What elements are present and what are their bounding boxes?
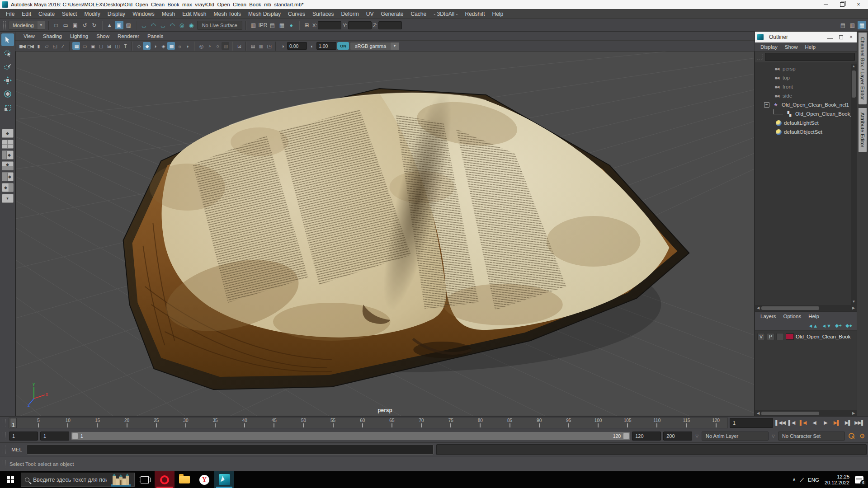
expand-toggle-icon[interactable]: − (764, 102, 769, 108)
create-layer-from-selected-icon[interactable]: ◆● (845, 323, 852, 328)
four-view-layout-button[interactable] (2, 140, 14, 149)
character-set-dropdown[interactable]: No Character Set (778, 432, 845, 441)
layer-list[interactable]: V P Old_Open_Clean_Book (755, 331, 857, 410)
playback-start-field[interactable] (40, 432, 69, 441)
animation-preferences-icon[interactable]: ⚙ (858, 432, 867, 440)
outliner-hscrollbar[interactable]: ◀ ▶ (755, 305, 857, 311)
menu-item[interactable]: Cache (407, 10, 429, 18)
y-coord-input[interactable] (348, 21, 372, 29)
animation-end-field[interactable] (663, 432, 692, 441)
grid-icon[interactable]: ▦ (72, 42, 80, 50)
clock[interactable]: 12:25 20.12.2022 (825, 474, 849, 486)
tear-off-copy-icon[interactable]: ▤ (249, 42, 256, 50)
step-back-frame-icon[interactable]: ▌◀ (786, 418, 797, 427)
menu-set-dropdown[interactable]: Modeling ▼ (9, 21, 45, 30)
occlusion-icon[interactable]: ◎ (197, 42, 205, 50)
task-view-button[interactable] (135, 471, 155, 488)
animation-start-field[interactable] (9, 432, 38, 441)
move-layer-up-icon[interactable]: ◄▲ (808, 323, 818, 328)
snap-projected-icon[interactable]: ◠ (168, 21, 177, 29)
grip-handle[interactable] (3, 446, 5, 454)
scroll-right-icon[interactable]: ▶ (851, 411, 856, 415)
default-material-icon[interactable]: ◑ (151, 42, 159, 50)
menu-item[interactable]: Mesh Tools (211, 10, 244, 18)
scrollbar-thumb[interactable] (852, 70, 856, 98)
menu-item[interactable]: Deform (338, 10, 362, 18)
taskbar-maya[interactable] (214, 471, 234, 488)
outliner-search-input[interactable] (765, 53, 855, 61)
create-empty-layer-icon[interactable]: ◆+ (835, 323, 842, 328)
viewport-canvas[interactable]: persp y x z (15, 52, 755, 416)
range-bar[interactable]: 1 120 (71, 432, 630, 440)
tool-settings-toggle-icon[interactable]: ▥ (848, 21, 857, 29)
attribute-editor-toggle-icon[interactable]: ▤ (839, 21, 847, 29)
live-surface-button[interactable]: No Live Surface (197, 21, 242, 30)
menu-item[interactable]: Panels (144, 33, 167, 39)
search-highlight-image[interactable] (111, 473, 131, 487)
menu-item[interactable]: Renderer (114, 33, 143, 39)
render-setup-icon[interactable]: ▦ (278, 21, 286, 29)
chevron-down-icon[interactable]: ▽ (771, 434, 776, 438)
menu-item[interactable]: Shading (39, 33, 66, 39)
menu-item[interactable]: Show (781, 44, 802, 50)
gain-field[interactable] (316, 42, 336, 50)
grip-handle[interactable] (3, 432, 5, 440)
layers-hscrollbar[interactable]: ◀ ▶ (755, 410, 857, 416)
layer-playback-toggle[interactable]: P (767, 333, 774, 340)
grip-handle[interactable] (3, 419, 5, 427)
shadows-icon[interactable]: ◗ (184, 42, 191, 50)
move-tool-button[interactable] (1, 74, 14, 87)
menu-item[interactable]: Curves (285, 10, 308, 18)
chevron-down-icon[interactable]: ▽ (694, 434, 699, 438)
gain-icon[interactable]: ◐ (308, 42, 316, 50)
menu-item[interactable]: Display (757, 44, 781, 50)
z-coord-input[interactable] (378, 21, 402, 29)
file-open-icon[interactable]: ▭ (61, 21, 70, 29)
menu-item[interactable]: View (20, 33, 38, 39)
file-save-icon[interactable]: ▣ (71, 21, 80, 29)
camera-attributes-icon[interactable]: ◻◀ (26, 42, 34, 50)
dock-tab[interactable]: Attribute Editor (859, 108, 867, 152)
mel-input[interactable] (27, 445, 434, 455)
persp-graph-layout-button[interactable]: ◆ (2, 161, 14, 170)
ipr-render-icon[interactable]: IPR (259, 21, 267, 29)
move-layer-down-icon[interactable]: ◄▼ (821, 323, 831, 328)
taskbar-yandex[interactable]: Y (194, 471, 214, 488)
menu-item[interactable]: Redshift (462, 10, 488, 18)
current-frame-marker[interactable]: 1 (10, 418, 17, 428)
bounding-box-icon[interactable]: ◈ (159, 42, 167, 50)
bookmark-icon[interactable]: ▮ (34, 42, 42, 50)
select-tool-button[interactable] (1, 33, 14, 46)
close-icon[interactable]: × (849, 34, 853, 40)
taskbar-search[interactable]: Введите здесь текст для поиска (21, 473, 135, 487)
menu-item[interactable]: Show (93, 33, 113, 39)
single-pane-layout-button[interactable]: ◆ (2, 129, 14, 138)
grip-handle[interactable] (3, 460, 5, 468)
outliner-row[interactable]: − defaultLightSet (755, 118, 857, 127)
render-view-icon[interactable]: ▥ (249, 21, 258, 29)
play-forwards-icon[interactable]: ▶ (820, 418, 831, 427)
menu-item[interactable]: Mesh Display (245, 10, 284, 18)
menu-item[interactable]: Help (489, 10, 507, 18)
grip-handle[interactable] (3, 21, 6, 29)
menu-item[interactable]: UV (363, 10, 377, 18)
outliner-persp-layout-button[interactable]: ◆ (2, 150, 14, 160)
start-button[interactable] (0, 471, 21, 488)
play-backwards-icon[interactable]: ◀ (809, 418, 820, 427)
scroll-left-icon[interactable]: ◀ (756, 411, 760, 415)
snap-grid-icon[interactable]: ◡ (140, 21, 148, 29)
maximize-button[interactable] (839, 35, 843, 39)
selection-filter-icon[interactable] (757, 54, 763, 60)
layer-display-type-toggle[interactable] (776, 333, 784, 340)
outliner-row[interactable]: − persp (755, 64, 857, 73)
hypershade-persp-layout-button[interactable]: ◆ (2, 172, 14, 181)
image-plane-icon[interactable]: ▱ (42, 42, 50, 50)
auto-keyframe-icon[interactable] (847, 432, 855, 440)
menu-item[interactable]: Help (805, 313, 823, 319)
outliner-row[interactable]: − front (755, 82, 857, 91)
close-button[interactable]: × (855, 1, 862, 8)
persp-outliner-graph-layout-button[interactable]: ◆ (2, 183, 14, 192)
menu-item[interactable]: Mesh (159, 10, 178, 18)
x-coord-input[interactable] (318, 21, 341, 29)
undo-icon[interactable]: ↺ (80, 21, 89, 29)
